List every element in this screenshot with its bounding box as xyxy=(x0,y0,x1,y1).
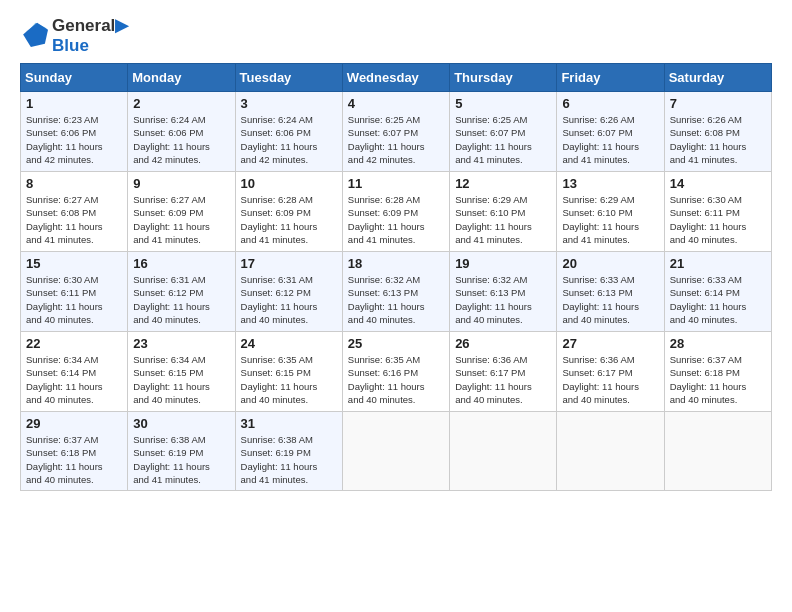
calendar-day-20: 20Sunrise: 6:33 AM Sunset: 6:13 PM Dayli… xyxy=(557,252,664,332)
calendar-header-monday: Monday xyxy=(128,64,235,92)
calendar-day-23: 23Sunrise: 6:34 AM Sunset: 6:15 PM Dayli… xyxy=(128,332,235,412)
calendar-header-row: SundayMondayTuesdayWednesdayThursdayFrid… xyxy=(21,64,772,92)
day-info: Sunrise: 6:34 AM Sunset: 6:14 PM Dayligh… xyxy=(26,353,122,406)
day-info: Sunrise: 6:25 AM Sunset: 6:07 PM Dayligh… xyxy=(348,113,444,166)
calendar-table: SundayMondayTuesdayWednesdayThursdayFrid… xyxy=(20,63,772,491)
day-info: Sunrise: 6:29 AM Sunset: 6:10 PM Dayligh… xyxy=(562,193,658,246)
day-info: Sunrise: 6:33 AM Sunset: 6:14 PM Dayligh… xyxy=(670,273,766,326)
day-number: 12 xyxy=(455,176,551,191)
calendar-header-sunday: Sunday xyxy=(21,64,128,92)
calendar-day-5: 5Sunrise: 6:25 AM Sunset: 6:07 PM Daylig… xyxy=(450,92,557,172)
calendar-week-3: 15Sunrise: 6:30 AM Sunset: 6:11 PM Dayli… xyxy=(21,252,772,332)
calendar-empty xyxy=(557,412,664,491)
day-number: 23 xyxy=(133,336,229,351)
day-number: 13 xyxy=(562,176,658,191)
day-info: Sunrise: 6:35 AM Sunset: 6:16 PM Dayligh… xyxy=(348,353,444,406)
day-number: 14 xyxy=(670,176,766,191)
calendar-day-6: 6Sunrise: 6:26 AM Sunset: 6:07 PM Daylig… xyxy=(557,92,664,172)
calendar-day-27: 27Sunrise: 6:36 AM Sunset: 6:17 PM Dayli… xyxy=(557,332,664,412)
day-info: Sunrise: 6:27 AM Sunset: 6:08 PM Dayligh… xyxy=(26,193,122,246)
day-info: Sunrise: 6:25 AM Sunset: 6:07 PM Dayligh… xyxy=(455,113,551,166)
page-container: General▶ Blue SundayMondayTuesdayWednesd… xyxy=(0,0,792,612)
calendar-header-saturday: Saturday xyxy=(664,64,771,92)
calendar-day-10: 10Sunrise: 6:28 AM Sunset: 6:09 PM Dayli… xyxy=(235,172,342,252)
calendar-day-14: 14Sunrise: 6:30 AM Sunset: 6:11 PM Dayli… xyxy=(664,172,771,252)
day-number: 28 xyxy=(670,336,766,351)
day-number: 27 xyxy=(562,336,658,351)
day-info: Sunrise: 6:37 AM Sunset: 6:18 PM Dayligh… xyxy=(670,353,766,406)
page-header: General▶ Blue xyxy=(20,16,772,55)
day-number: 31 xyxy=(241,416,337,431)
day-info: Sunrise: 6:28 AM Sunset: 6:09 PM Dayligh… xyxy=(348,193,444,246)
logo-icon xyxy=(20,22,48,50)
calendar-day-19: 19Sunrise: 6:32 AM Sunset: 6:13 PM Dayli… xyxy=(450,252,557,332)
day-info: Sunrise: 6:32 AM Sunset: 6:13 PM Dayligh… xyxy=(348,273,444,326)
day-info: Sunrise: 6:23 AM Sunset: 6:06 PM Dayligh… xyxy=(26,113,122,166)
calendar-day-25: 25Sunrise: 6:35 AM Sunset: 6:16 PM Dayli… xyxy=(342,332,449,412)
day-info: Sunrise: 6:30 AM Sunset: 6:11 PM Dayligh… xyxy=(670,193,766,246)
calendar-week-5: 29Sunrise: 6:37 AM Sunset: 6:18 PM Dayli… xyxy=(21,412,772,491)
calendar-day-16: 16Sunrise: 6:31 AM Sunset: 6:12 PM Dayli… xyxy=(128,252,235,332)
day-info: Sunrise: 6:38 AM Sunset: 6:19 PM Dayligh… xyxy=(133,433,229,486)
day-number: 9 xyxy=(133,176,229,191)
day-info: Sunrise: 6:26 AM Sunset: 6:07 PM Dayligh… xyxy=(562,113,658,166)
day-info: Sunrise: 6:28 AM Sunset: 6:09 PM Dayligh… xyxy=(241,193,337,246)
day-number: 20 xyxy=(562,256,658,271)
day-info: Sunrise: 6:29 AM Sunset: 6:10 PM Dayligh… xyxy=(455,193,551,246)
day-number: 6 xyxy=(562,96,658,111)
day-number: 16 xyxy=(133,256,229,271)
day-info: Sunrise: 6:33 AM Sunset: 6:13 PM Dayligh… xyxy=(562,273,658,326)
day-number: 3 xyxy=(241,96,337,111)
day-info: Sunrise: 6:36 AM Sunset: 6:17 PM Dayligh… xyxy=(455,353,551,406)
day-number: 19 xyxy=(455,256,551,271)
calendar-day-8: 8Sunrise: 6:27 AM Sunset: 6:08 PM Daylig… xyxy=(21,172,128,252)
day-number: 8 xyxy=(26,176,122,191)
day-number: 24 xyxy=(241,336,337,351)
calendar-week-4: 22Sunrise: 6:34 AM Sunset: 6:14 PM Dayli… xyxy=(21,332,772,412)
day-number: 25 xyxy=(348,336,444,351)
day-info: Sunrise: 6:24 AM Sunset: 6:06 PM Dayligh… xyxy=(133,113,229,166)
calendar-day-18: 18Sunrise: 6:32 AM Sunset: 6:13 PM Dayli… xyxy=(342,252,449,332)
day-info: Sunrise: 6:27 AM Sunset: 6:09 PM Dayligh… xyxy=(133,193,229,246)
day-info: Sunrise: 6:24 AM Sunset: 6:06 PM Dayligh… xyxy=(241,113,337,166)
calendar-empty xyxy=(664,412,771,491)
day-info: Sunrise: 6:31 AM Sunset: 6:12 PM Dayligh… xyxy=(241,273,337,326)
day-number: 22 xyxy=(26,336,122,351)
calendar-day-21: 21Sunrise: 6:33 AM Sunset: 6:14 PM Dayli… xyxy=(664,252,771,332)
calendar-day-26: 26Sunrise: 6:36 AM Sunset: 6:17 PM Dayli… xyxy=(450,332,557,412)
calendar-day-7: 7Sunrise: 6:26 AM Sunset: 6:08 PM Daylig… xyxy=(664,92,771,172)
calendar-day-1: 1Sunrise: 6:23 AM Sunset: 6:06 PM Daylig… xyxy=(21,92,128,172)
calendar-day-4: 4Sunrise: 6:25 AM Sunset: 6:07 PM Daylig… xyxy=(342,92,449,172)
calendar-day-12: 12Sunrise: 6:29 AM Sunset: 6:10 PM Dayli… xyxy=(450,172,557,252)
day-number: 17 xyxy=(241,256,337,271)
calendar-day-11: 11Sunrise: 6:28 AM Sunset: 6:09 PM Dayli… xyxy=(342,172,449,252)
calendar-day-29: 29Sunrise: 6:37 AM Sunset: 6:18 PM Dayli… xyxy=(21,412,128,491)
calendar-day-2: 2Sunrise: 6:24 AM Sunset: 6:06 PM Daylig… xyxy=(128,92,235,172)
day-info: Sunrise: 6:30 AM Sunset: 6:11 PM Dayligh… xyxy=(26,273,122,326)
calendar-day-9: 9Sunrise: 6:27 AM Sunset: 6:09 PM Daylig… xyxy=(128,172,235,252)
calendar-day-15: 15Sunrise: 6:30 AM Sunset: 6:11 PM Dayli… xyxy=(21,252,128,332)
calendar-header-friday: Friday xyxy=(557,64,664,92)
day-number: 26 xyxy=(455,336,551,351)
calendar-day-17: 17Sunrise: 6:31 AM Sunset: 6:12 PM Dayli… xyxy=(235,252,342,332)
calendar-empty xyxy=(450,412,557,491)
calendar-day-3: 3Sunrise: 6:24 AM Sunset: 6:06 PM Daylig… xyxy=(235,92,342,172)
day-info: Sunrise: 6:37 AM Sunset: 6:18 PM Dayligh… xyxy=(26,433,122,486)
calendar-day-24: 24Sunrise: 6:35 AM Sunset: 6:15 PM Dayli… xyxy=(235,332,342,412)
day-info: Sunrise: 6:35 AM Sunset: 6:15 PM Dayligh… xyxy=(241,353,337,406)
day-info: Sunrise: 6:34 AM Sunset: 6:15 PM Dayligh… xyxy=(133,353,229,406)
day-info: Sunrise: 6:32 AM Sunset: 6:13 PM Dayligh… xyxy=(455,273,551,326)
day-number: 5 xyxy=(455,96,551,111)
calendar-day-28: 28Sunrise: 6:37 AM Sunset: 6:18 PM Dayli… xyxy=(664,332,771,412)
day-number: 11 xyxy=(348,176,444,191)
day-number: 30 xyxy=(133,416,229,431)
day-number: 2 xyxy=(133,96,229,111)
day-number: 10 xyxy=(241,176,337,191)
calendar-header-thursday: Thursday xyxy=(450,64,557,92)
calendar-day-31: 31Sunrise: 6:38 AM Sunset: 6:19 PM Dayli… xyxy=(235,412,342,491)
day-number: 15 xyxy=(26,256,122,271)
day-number: 1 xyxy=(26,96,122,111)
day-info: Sunrise: 6:31 AM Sunset: 6:12 PM Dayligh… xyxy=(133,273,229,326)
calendar-day-13: 13Sunrise: 6:29 AM Sunset: 6:10 PM Dayli… xyxy=(557,172,664,252)
day-info: Sunrise: 6:26 AM Sunset: 6:08 PM Dayligh… xyxy=(670,113,766,166)
